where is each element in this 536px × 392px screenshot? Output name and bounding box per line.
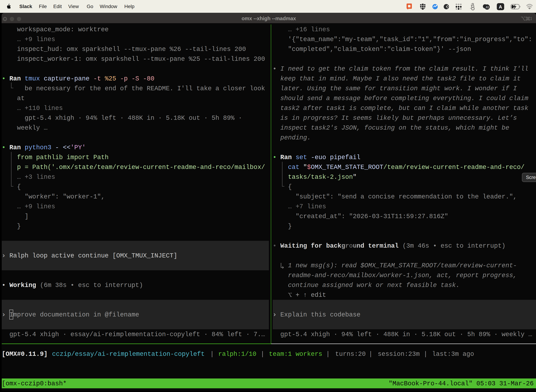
svg-text:1: 1 (530, 16, 532, 21)
svg-text:A: A (499, 4, 502, 9)
svg-text:..61: ..61 (484, 6, 489, 9)
